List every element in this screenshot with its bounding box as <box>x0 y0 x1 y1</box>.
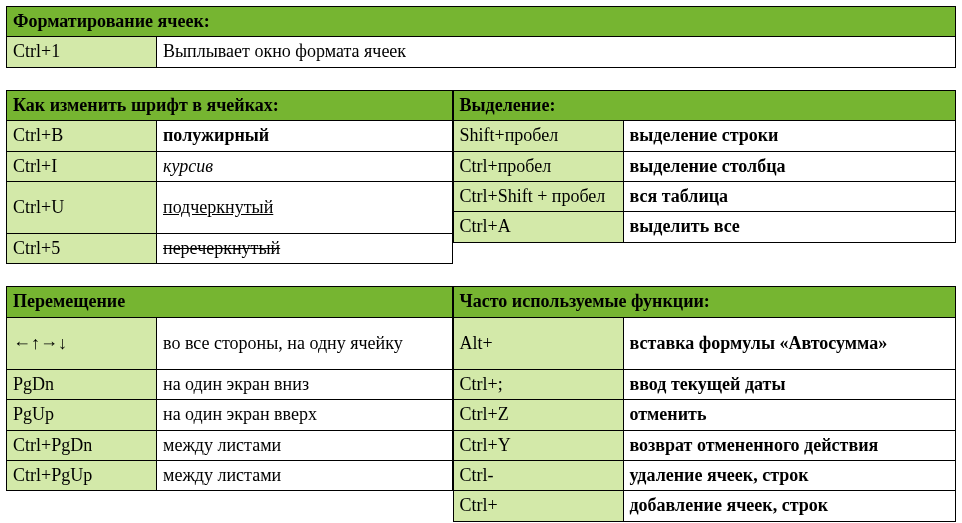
shortcut-desc: Выплывает окно формата ячеек <box>157 37 956 67</box>
shortcut-key: Ctrl+I <box>7 151 157 181</box>
shortcut-key: Ctrl+PgDn <box>7 430 157 460</box>
shortcut-key: PgUp <box>7 400 157 430</box>
shortcut-key: Ctrl+; <box>453 369 623 399</box>
section-title: Как изменить шрифт в ячейках: <box>7 90 453 120</box>
section-title: Выделение: <box>453 90 956 120</box>
shortcut-desc: выделить все <box>623 212 956 242</box>
shortcut-key: Shift+пробел <box>453 121 623 151</box>
shortcut-key: PgDn <box>7 369 157 399</box>
shortcut-desc: возврат отмененного действия <box>623 430 956 460</box>
shortcut-desc: на один экран вверх <box>157 400 453 430</box>
shortcut-desc: подчеркнутый <box>157 181 453 233</box>
shortcut-key: Alt+ <box>453 317 623 369</box>
shortcut-desc: между листами <box>157 430 453 460</box>
shortcut-desc: между листами <box>157 460 453 490</box>
shortcut-desc: удаление ячеек, строк <box>623 460 956 490</box>
shortcut-key: Ctrl+пробел <box>453 151 623 181</box>
shortcut-desc: во все стороны, на одну ячейку <box>157 317 453 369</box>
shortcut-key: Ctrl- <box>453 460 623 490</box>
shortcut-desc: на один экран вниз <box>157 369 453 399</box>
section-title: Форматирование ячеек: <box>7 7 956 37</box>
shortcut-desc: курсив <box>157 151 453 181</box>
shortcut-key: Ctrl+A <box>453 212 623 242</box>
table-font: Как изменить шрифт в ячейках: Ctrl+B пол… <box>6 90 453 265</box>
shortcut-key: Ctrl+Shift + пробел <box>453 181 623 211</box>
shortcut-desc: ввод текущей даты <box>623 369 956 399</box>
section-title: Перемещение <box>7 287 453 317</box>
shortcut-desc: выделение строки <box>623 121 956 151</box>
shortcut-desc: отменить <box>623 400 956 430</box>
table-selection: Выделение: Shift+пробел выделение строки… <box>453 90 957 243</box>
shortcut-key: Ctrl+Z <box>453 400 623 430</box>
shortcut-desc: вся таблица <box>623 181 956 211</box>
section-navigation-functions: Перемещение ←↑→↓ во все стороны, на одну… <box>6 286 956 521</box>
shortcut-key: ←↑→↓ <box>7 317 157 369</box>
shortcut-desc: перечеркнутый <box>157 233 453 263</box>
shortcut-key: Ctrl+U <box>7 181 157 233</box>
shortcut-desc: выделение столбца <box>623 151 956 181</box>
shortcut-key: Ctrl+B <box>7 121 157 151</box>
section-font-selection: Как изменить шрифт в ячейках: Ctrl+B пол… <box>6 90 956 265</box>
shortcut-desc: добавление ячеек, строк <box>623 491 956 521</box>
shortcut-key: Ctrl+1 <box>7 37 157 67</box>
shortcut-desc: полужирный <box>157 121 453 151</box>
shortcut-key: Ctrl+PgUp <box>7 460 157 490</box>
table-functions: Часто используемые функции: Alt+ вставка… <box>453 286 957 521</box>
table-formatting: Форматирование ячеек: Ctrl+1 Выплывает о… <box>6 6 956 68</box>
shortcut-key: Ctrl+ <box>453 491 623 521</box>
shortcut-key: Ctrl+Y <box>453 430 623 460</box>
table-navigation: Перемещение ←↑→↓ во все стороны, на одну… <box>6 286 453 491</box>
shortcut-key: Ctrl+5 <box>7 233 157 263</box>
shortcut-desc: вставка формулы «Автосумма» <box>623 317 956 369</box>
section-title: Часто используемые функции: <box>453 287 956 317</box>
